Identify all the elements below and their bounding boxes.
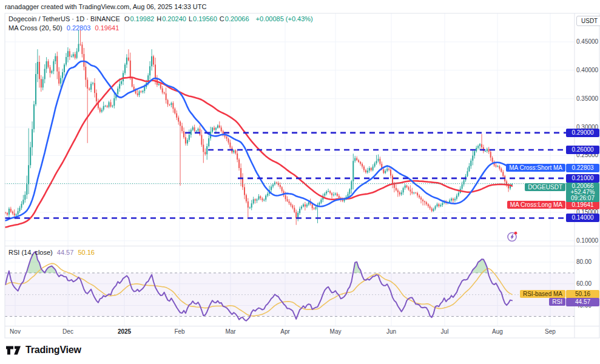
rsi-ma-value: 50.16: [78, 249, 95, 256]
time-axis-label: 2025: [111, 328, 138, 335]
symbol-legend: Dogecoin / TetherUS · 1D · BINANCE O0.19…: [8, 15, 315, 22]
time-axis-label: Dec: [55, 328, 81, 335]
flash-icon[interactable]: [506, 230, 519, 243]
change-value: +0.00085 (+0.43%): [256, 15, 313, 22]
ohlc-values: O0.19982H0.20240L0.19560C0.20066: [124, 15, 252, 22]
rsi-value-box: 44.57: [566, 298, 599, 306]
time-axis-label: Aug: [484, 328, 511, 335]
footer: TradingView: [6, 345, 81, 356]
level-price-box: 0.14000: [566, 214, 599, 222]
rsi-ma-value-box: 50.16: [566, 290, 599, 298]
time-axis-label: May: [322, 328, 349, 335]
ohlc-value: 0.19982: [130, 15, 154, 22]
currency-label[interactable]: USDT: [576, 16, 600, 26]
ohlc-key: C: [220, 15, 224, 22]
ohlc-key: L: [189, 15, 192, 22]
level-price-box: 0.29000: [566, 129, 599, 137]
time-axis-label: Apr: [272, 328, 298, 335]
rsi-ma-tag: RSI-based MA: [520, 290, 565, 298]
current-price-box: 0.20066 +52.47% 09:26:07: [566, 183, 599, 202]
price-tick: 0.45000: [576, 39, 600, 45]
rsi-tick: 80.00: [576, 259, 600, 265]
ma-short-value: 0.22803: [67, 24, 91, 32]
rsi-legend: RSI (14, close) 44.57 50.16: [8, 249, 97, 256]
chart-canvas[interactable]: [0, 0, 600, 364]
level-price-box: 0.26000: [566, 146, 599, 154]
ohlc-key: H: [157, 15, 161, 22]
time-axis-label: Sep: [537, 328, 564, 335]
ma-cross-legend: MA Cross (20, 50) 0.22803 0.19641: [8, 24, 121, 32]
ohlc-value: 0.20066: [225, 15, 249, 22]
rsi-tick: 60.00: [576, 281, 600, 287]
time-axis-label: Jun: [378, 328, 405, 335]
rsi-value: 44.57: [57, 249, 74, 256]
symbol-tag: DOGEUSDT: [525, 183, 565, 191]
price-tick: 0.10000: [576, 238, 600, 244]
rsi-title[interactable]: RSI (14, close): [8, 249, 53, 256]
price-tick: 0.35000: [576, 96, 600, 102]
time-axis-label: Nov: [2, 328, 29, 335]
rsi-tag: RSI: [549, 298, 565, 306]
ohlc-value: 0.19560: [193, 15, 217, 22]
short-ma-tag: MA Cross:Short MA: [506, 164, 565, 172]
screenshot-root: ranadagger created with TradingView.com,…: [0, 0, 600, 364]
tradingview-brand[interactable]: TradingView: [25, 345, 81, 356]
time-axis-label: Feb: [166, 328, 193, 335]
level-price-box: 0.21000: [566, 174, 599, 183]
tradingview-logo-icon[interactable]: [6, 346, 21, 355]
long-ma-price-box: 0.19641: [566, 201, 599, 209]
price-tick: 0.40000: [576, 67, 600, 73]
short-ma-price-box: 0.22803: [566, 164, 599, 172]
symbol-title[interactable]: Dogecoin / TetherUS · 1D · BINANCE: [8, 15, 120, 22]
ma-cross-title[interactable]: MA Cross (20, 50): [8, 24, 62, 32]
ma-long-value: 0.19641: [95, 24, 120, 32]
long-ma-tag: MA Cross:Long MA: [507, 201, 565, 209]
time-axis-label: Jul: [431, 328, 458, 335]
time-axis-label: Mar: [217, 328, 244, 335]
ohlc-value: 0.20240: [162, 15, 186, 22]
bar-countdown: 09:26:07: [566, 195, 599, 201]
ohlc-key: O: [124, 15, 130, 22]
